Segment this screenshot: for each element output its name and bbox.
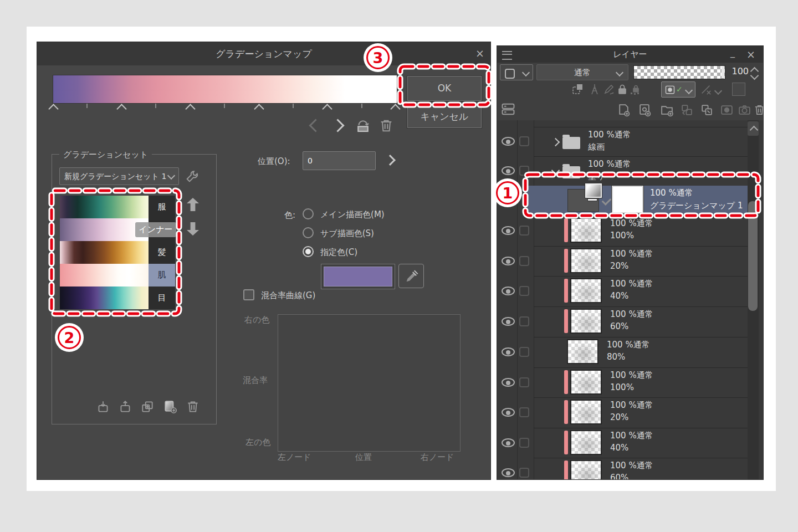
new-folder-icon[interactable] bbox=[660, 103, 674, 117]
layer-select-checkbox[interactable] bbox=[519, 347, 529, 357]
gradient-preset-row[interactable]: インナー bbox=[60, 218, 175, 241]
visibility-eye-icon[interactable] bbox=[502, 468, 515, 477]
layer-thumbnail[interactable] bbox=[570, 248, 602, 273]
position-step-icon[interactable] bbox=[385, 155, 396, 166]
radio-specified-color[interactable] bbox=[303, 246, 314, 257]
position-input[interactable]: 0 bbox=[303, 151, 376, 170]
gradient-preset-swatch[interactable] bbox=[60, 287, 149, 309]
gradient-set-select[interactable]: 新規グラデーションセット 1 bbox=[59, 167, 179, 185]
create-layer-mask-icon[interactable] bbox=[720, 103, 734, 117]
folder-expand-icon[interactable] bbox=[551, 138, 560, 147]
eyedropper-button[interactable] bbox=[398, 264, 424, 288]
specified-color-swatch[interactable] bbox=[321, 264, 395, 289]
enable-mask-button[interactable]: ✓ bbox=[661, 81, 695, 98]
layer-camera-icon[interactable] bbox=[738, 103, 751, 117]
layer-color-chip[interactable] bbox=[732, 83, 745, 96]
palette-color-dropdown[interactable] bbox=[500, 64, 533, 80]
visibility-eye-icon[interactable] bbox=[502, 137, 515, 146]
blend-curve-checkbox[interactable] bbox=[243, 289, 254, 300]
export-set-icon[interactable] bbox=[118, 400, 132, 414]
gradient-node-marker[interactable] bbox=[254, 104, 264, 114]
cancel-button[interactable]: キャンセル bbox=[407, 105, 482, 128]
layer-row[interactable]: 100 %通常 20% bbox=[497, 397, 748, 428]
layer-row[interactable]: 100 %通常 20% bbox=[497, 246, 748, 276]
layer-thumbnail[interactable] bbox=[570, 430, 602, 455]
layer-select-checkbox[interactable] bbox=[519, 377, 529, 387]
visibility-eye-icon[interactable] bbox=[502, 408, 515, 417]
layer-thumbnail[interactable] bbox=[570, 370, 602, 395]
new-vector-layer-icon[interactable] bbox=[638, 103, 652, 117]
layer-thumbnail[interactable] bbox=[570, 460, 602, 480]
layer-row[interactable]: 100 %通常 60% bbox=[497, 458, 748, 480]
reference-layer-icon[interactable] bbox=[588, 83, 601, 96]
visibility-eye-icon[interactable] bbox=[502, 166, 515, 175]
ruler-display-icon[interactable] bbox=[700, 84, 712, 96]
panel-minimize-icon[interactable]: _ bbox=[730, 47, 735, 58]
gradient-node-marker[interactable] bbox=[390, 104, 400, 114]
layer-thumbnail[interactable] bbox=[570, 309, 602, 334]
next-node-icon[interactable] bbox=[331, 119, 344, 132]
gradient-preset-row[interactable]: 髪 bbox=[60, 241, 175, 264]
visibility-eye-icon[interactable] bbox=[502, 226, 515, 235]
gradient-preset-swatch[interactable] bbox=[60, 241, 149, 264]
dialog-close-icon[interactable]: × bbox=[475, 48, 484, 59]
clip-to-layer-below-icon[interactable] bbox=[571, 83, 585, 96]
gradient-preview-bar[interactable] bbox=[53, 75, 397, 104]
layer-thumbnail[interactable] bbox=[570, 278, 602, 303]
transfer-to-below-icon[interactable] bbox=[680, 103, 694, 117]
gradient-preset-swatch[interactable] bbox=[60, 196, 149, 218]
prev-node-icon[interactable] bbox=[309, 119, 322, 132]
delete-layer-icon[interactable] bbox=[753, 103, 764, 117]
layer-row[interactable]: 100 %通常 100% bbox=[497, 367, 748, 397]
layer-mask-thumbnail[interactable] bbox=[612, 186, 643, 213]
gradient-preset-row-selected[interactable]: 肌 bbox=[60, 264, 175, 287]
layer-row-folder[interactable]: 100 %通常 線画 bbox=[497, 127, 748, 156]
visibility-eye-icon[interactable] bbox=[502, 438, 515, 447]
radio-main-color[interactable] bbox=[303, 208, 314, 219]
scroll-up-button[interactable] bbox=[748, 121, 759, 136]
layer-select-checkbox[interactable] bbox=[519, 136, 529, 146]
flip-gradient-icon[interactable] bbox=[355, 117, 371, 134]
radio-sub-color[interactable] bbox=[303, 227, 314, 238]
visibility-eye-icon[interactable] bbox=[502, 378, 515, 387]
visibility-eye-icon[interactable] bbox=[502, 317, 515, 326]
gradient-node-marker[interactable] bbox=[48, 104, 58, 114]
layer-select-checkbox[interactable] bbox=[519, 166, 529, 176]
gradient-node-marker[interactable] bbox=[116, 104, 126, 114]
import-set-icon[interactable] bbox=[96, 400, 110, 414]
opacity-slider[interactable] bbox=[633, 65, 725, 79]
layer-select-checkbox[interactable] bbox=[519, 438, 529, 448]
lock-layer-icon[interactable] bbox=[616, 83, 629, 96]
folder-collapse-icon[interactable] bbox=[551, 166, 560, 175]
layer-select-checkbox[interactable] bbox=[519, 286, 529, 296]
set-settings-wrench-icon[interactable] bbox=[185, 168, 200, 184]
layer-select-checkbox[interactable] bbox=[519, 226, 529, 236]
chevron-down-icon[interactable] bbox=[714, 87, 722, 95]
gradient-preset-row[interactable]: 服 bbox=[60, 196, 175, 218]
layer-property-icon[interactable] bbox=[500, 101, 516, 117]
layer-row[interactable]: 100 %通常 60% bbox=[497, 306, 748, 337]
blend-mode-dropdown[interactable]: 通常 bbox=[536, 64, 628, 80]
scrollbar-thumb[interactable] bbox=[748, 201, 758, 311]
layer-select-checkbox[interactable] bbox=[519, 256, 529, 266]
visibility-eye-icon[interactable] bbox=[502, 287, 515, 295]
delete-node-icon[interactable] bbox=[378, 117, 394, 134]
layer-thumbnail[interactable] bbox=[570, 400, 602, 424]
layer-row[interactable]: 100 %通常 40% bbox=[497, 428, 748, 458]
merge-to-below-icon[interactable] bbox=[700, 103, 714, 117]
gradient-preset-swatch[interactable] bbox=[60, 264, 149, 287]
visibility-eye-icon[interactable] bbox=[502, 347, 515, 356]
gradient-node-marker[interactable] bbox=[185, 104, 195, 114]
layer-thumbnail[interactable] bbox=[570, 218, 602, 243]
layer-row[interactable]: 100 %通常 100% bbox=[497, 216, 748, 246]
new-raster-layer-icon[interactable] bbox=[617, 103, 631, 117]
layer-row-folder[interactable]: 100 %通常 塗り bbox=[497, 156, 748, 186]
layer-row[interactable]: 100 %通常 80% bbox=[497, 337, 748, 367]
gradient-node-marker[interactable] bbox=[322, 104, 332, 114]
visibility-eye-icon[interactable] bbox=[502, 257, 515, 265]
delete-gradient-icon[interactable] bbox=[186, 400, 200, 414]
panel-close-icon[interactable]: × bbox=[746, 49, 755, 60]
layer-thumbnail[interactable] bbox=[567, 339, 598, 364]
ok-button[interactable]: OK bbox=[407, 76, 482, 101]
duplicate-gradient-icon[interactable] bbox=[140, 400, 155, 414]
